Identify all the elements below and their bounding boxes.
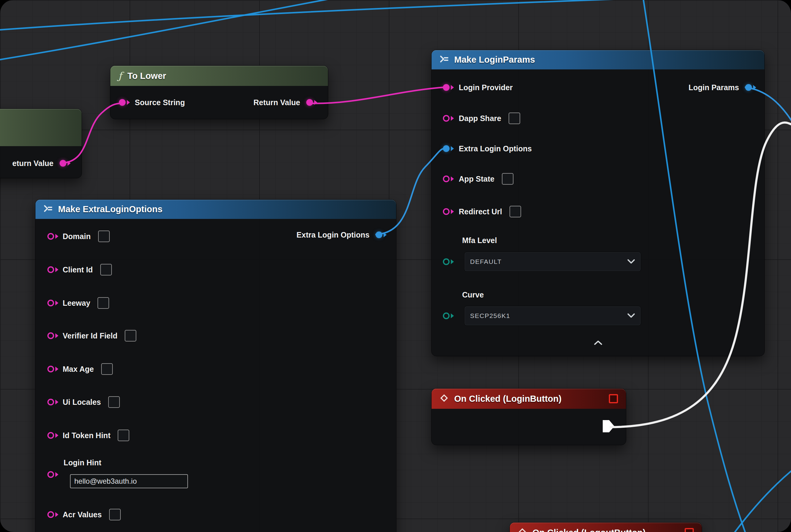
- pin-label: Login Provider: [459, 83, 513, 92]
- pin-row-return-value: eturn Value: [12, 156, 66, 171]
- collapse-arrow[interactable]: [594, 340, 603, 347]
- domain-pin[interactable]: [47, 233, 54, 240]
- node-header[interactable]: On Clicked (LoginButton): [431, 388, 626, 409]
- node-header[interactable]: Make LoginParams: [431, 50, 765, 70]
- return-value-pin[interactable]: [306, 99, 313, 106]
- mfa-level-pin[interactable]: [443, 258, 449, 265]
- node-on-clicked-logout-button[interactable]: On Clicked (LogoutButton): [509, 522, 702, 532]
- node-clipped-function[interactable]: tion ox (String) eturn Value: [0, 109, 82, 178]
- node-header[interactable]: Make ExtraLoginOptions: [36, 200, 396, 219]
- pin-label: Client Id: [63, 265, 93, 274]
- pin-label: Domain: [63, 232, 91, 241]
- pin-row-return-value: Return Value: [253, 95, 313, 110]
- pin-row-max-age: Max Age: [47, 362, 113, 376]
- pin-label: eturn Value: [12, 159, 54, 168]
- pin-label: Source String: [135, 98, 185, 107]
- domain-checkbox[interactable]: [98, 230, 110, 242]
- node-title: On Clicked (LogoutButton): [533, 528, 646, 532]
- node-title: To Lower: [128, 71, 166, 81]
- pin-label: Id Token Hint: [63, 431, 110, 440]
- pin-row-domain: Domain: [47, 229, 110, 244]
- pin-label: Dapp Share: [459, 114, 501, 123]
- delegate-square-icon: [684, 528, 694, 532]
- pin-row-client-id: Client Id: [47, 262, 112, 277]
- node-title: On Clicked (LoginButton): [454, 394, 561, 404]
- wire-blue-top-long[interactable]: [0, 0, 661, 30]
- dropdown-value: SECP256K1: [470, 312, 510, 320]
- login-hint-input[interactable]: [70, 474, 188, 488]
- pin-row-redirect-url: Redirect Url: [443, 204, 521, 219]
- pin-row-login-params-out: Login Params: [689, 80, 752, 95]
- ui-locales-checkbox[interactable]: [108, 396, 120, 408]
- id-token-hint-checkbox[interactable]: [118, 430, 129, 441]
- client-id-pin[interactable]: [47, 266, 54, 273]
- source-string-pin[interactable]: [119, 99, 126, 106]
- pin-row-id-token-hint: Id Token Hint: [47, 428, 129, 443]
- redirect-url-checkbox[interactable]: [509, 206, 521, 217]
- mfa-level-label: Mfa Level: [462, 236, 497, 245]
- pin-row-source-string: Source String: [119, 95, 185, 110]
- pin-row-login-provider: Login Provider: [443, 80, 513, 95]
- pin-label: Leeway: [63, 299, 90, 308]
- curve-dropdown[interactable]: SECP256K1: [464, 306, 641, 326]
- dapp-share-pin[interactable]: [443, 115, 449, 122]
- dapp-share-checkbox[interactable]: [508, 113, 520, 124]
- wire-string-tolower-to-loginprovider[interactable]: [309, 87, 446, 103]
- node-make-login-params[interactable]: Make LoginParams Login Params Login Prov…: [431, 50, 765, 356]
- node-header[interactable]: On Clicked (LogoutButton): [510, 522, 702, 532]
- acr-values-pin[interactable]: [47, 511, 54, 518]
- acr-values-checkbox[interactable]: [109, 509, 121, 520]
- login-hint-label: Login Hint: [63, 458, 101, 467]
- node-header[interactable]: tion ox (String): [0, 109, 82, 146]
- node-title: Make LoginParams: [454, 55, 535, 65]
- pin-label: Return Value: [253, 98, 300, 107]
- dropdown-value: DEFAULT: [470, 258, 502, 265]
- wire-blue-top-steep[interactable]: [0, 0, 334, 60]
- chevron-down-icon: [627, 312, 635, 320]
- leeway-pin[interactable]: [47, 300, 54, 306]
- login-hint-pin[interactable]: [47, 471, 54, 478]
- pin-label: Ui Locales: [63, 398, 101, 407]
- pin-label: Redirect Url: [459, 207, 502, 216]
- id-token-hint-pin[interactable]: [47, 432, 54, 439]
- chevron-down-icon: [627, 258, 635, 265]
- node-header[interactable]: ƒ To Lower: [110, 66, 328, 86]
- app-state-pin[interactable]: [443, 175, 449, 182]
- node-to-lower[interactable]: ƒ To Lower Source String Return Value: [110, 65, 328, 119]
- ui-locales-pin[interactable]: [47, 399, 54, 405]
- pin-label: Extra Login Options: [296, 230, 369, 240]
- pin-row-extra-login-options-out: Extra Login Options: [296, 227, 382, 242]
- pin-row-verifier-id-field: Verifier Id Field: [47, 328, 136, 343]
- pin-row-acr-values: Acr Values: [47, 507, 121, 522]
- mfa-level-dropdown[interactable]: DEFAULT: [464, 252, 641, 271]
- pin-row-ui-locales: Ui Locales: [47, 395, 120, 410]
- make-struct-icon: [440, 55, 449, 65]
- curve-pin[interactable]: [443, 312, 449, 319]
- delegate-square-icon: [609, 394, 618, 403]
- wire-blue-bottom-corner[interactable]: [734, 470, 791, 532]
- client-id-checkbox[interactable]: [100, 264, 112, 276]
- pin-label: Login Params: [689, 83, 739, 92]
- curve-label: Curve: [462, 290, 484, 299]
- pin-row-leeway: Leeway: [47, 296, 109, 310]
- max-age-checkbox[interactable]: [101, 363, 113, 375]
- leeway-checkbox[interactable]: [97, 297, 109, 309]
- event-diamond-icon: [518, 527, 527, 532]
- redirect-url-pin[interactable]: [443, 208, 449, 215]
- app-state-checkbox[interactable]: [502, 173, 514, 185]
- pin-label: Verifier Id Field: [63, 331, 117, 340]
- pin-row-app-state: App State: [443, 172, 514, 186]
- verifier-id-field-pin[interactable]: [47, 332, 54, 339]
- pin-label: Max Age: [63, 365, 94, 374]
- verifier-id-field-checkbox[interactable]: [125, 330, 136, 342]
- function-icon: ƒ: [118, 70, 122, 82]
- blueprint-graph-canvas[interactable]: tion ox (String) eturn Value ƒ To Lower …: [0, 0, 791, 532]
- pin-row-extra-login-options-in: Extra Login Options: [443, 141, 532, 156]
- node-make-extra-login-options[interactable]: Make ExtraLoginOptions Extra Login Optio…: [35, 200, 397, 532]
- pin-label: App State: [459, 175, 495, 184]
- max-age-pin[interactable]: [47, 366, 54, 373]
- make-struct-icon: [43, 204, 53, 215]
- pin-label: Acr Values: [63, 510, 102, 519]
- node-on-clicked-login-button[interactable]: On Clicked (LoginButton): [431, 388, 626, 445]
- node-title: Make ExtraLoginOptions: [58, 204, 162, 214]
